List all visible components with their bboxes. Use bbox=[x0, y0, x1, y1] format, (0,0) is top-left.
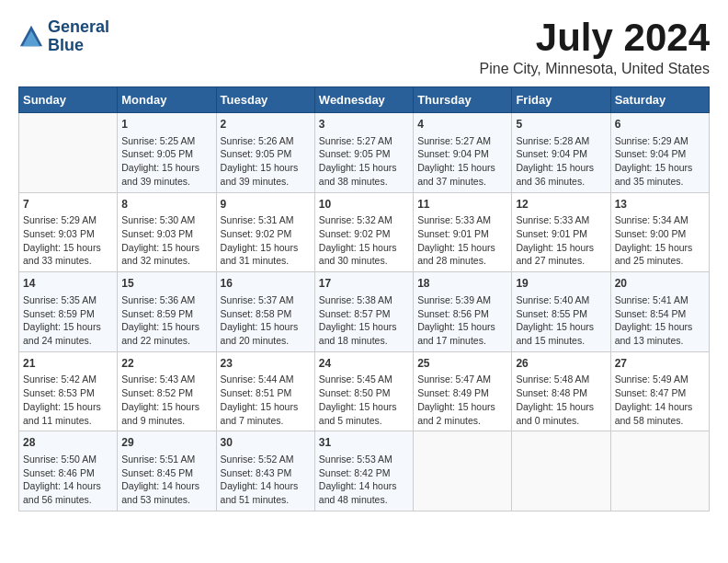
day-info: Sunrise: 5:51 AM bbox=[121, 453, 211, 466]
day-info: Sunset: 9:01 PM bbox=[516, 227, 606, 241]
day-info: Sunset: 8:54 PM bbox=[615, 307, 705, 321]
calendar-cell: 5Sunrise: 5:28 AMSunset: 9:04 PMDaylight… bbox=[512, 113, 610, 193]
day-info: and 39 minutes. bbox=[221, 175, 311, 189]
day-info: and 7 minutes. bbox=[221, 414, 311, 428]
day-info: Sunset: 8:48 PM bbox=[516, 386, 606, 400]
day-info: Sunrise: 5:33 AM bbox=[516, 213, 606, 227]
weekday-header: Thursday bbox=[414, 87, 512, 113]
day-info: Sunset: 8:42 PM bbox=[319, 466, 409, 480]
day-info: Sunrise: 5:43 AM bbox=[121, 373, 211, 386]
calendar-cell: 16Sunrise: 5:37 AMSunset: 8:58 PMDayligh… bbox=[216, 272, 314, 352]
day-info: Sunset: 8:59 PM bbox=[121, 307, 211, 321]
calendar-cell: 10Sunrise: 5:32 AMSunset: 9:02 PMDayligh… bbox=[314, 192, 413, 272]
weekday-header: Monday bbox=[118, 87, 216, 113]
day-info: Daylight: 15 hours bbox=[221, 241, 311, 255]
day-info: and 5 minutes. bbox=[319, 414, 409, 428]
day-number: 25 bbox=[417, 356, 507, 372]
calendar-cell: 22Sunrise: 5:43 AMSunset: 8:52 PMDayligh… bbox=[118, 351, 216, 431]
day-number: 31 bbox=[319, 435, 409, 451]
day-number: 15 bbox=[121, 276, 211, 292]
day-info: Sunrise: 5:27 AM bbox=[319, 134, 409, 148]
day-info: Daylight: 15 hours bbox=[121, 161, 211, 175]
day-info: Daylight: 14 hours bbox=[221, 479, 311, 493]
calendar-cell bbox=[414, 431, 512, 511]
day-info: Sunrise: 5:26 AM bbox=[221, 134, 311, 148]
day-info: and 15 minutes. bbox=[516, 334, 606, 348]
day-info: Daylight: 15 hours bbox=[121, 241, 211, 255]
day-number: 4 bbox=[417, 117, 507, 132]
calendar-cell: 19Sunrise: 5:40 AMSunset: 8:55 PMDayligh… bbox=[512, 272, 610, 352]
day-info: Daylight: 15 hours bbox=[516, 161, 606, 175]
day-info: Daylight: 15 hours bbox=[417, 320, 507, 334]
calendar-cell: 21Sunrise: 5:42 AMSunset: 8:53 PMDayligh… bbox=[19, 351, 118, 431]
day-info: Daylight: 15 hours bbox=[615, 161, 705, 175]
calendar-cell: 29Sunrise: 5:51 AMSunset: 8:45 PMDayligh… bbox=[118, 431, 216, 511]
day-info: Sunrise: 5:41 AM bbox=[615, 293, 705, 307]
day-number: 2 bbox=[221, 117, 311, 132]
day-info: Sunset: 9:03 PM bbox=[121, 227, 211, 241]
calendar-cell: 6Sunrise: 5:29 AMSunset: 9:04 PMDaylight… bbox=[610, 113, 709, 193]
day-info: Daylight: 15 hours bbox=[319, 400, 409, 414]
day-number: 1 bbox=[121, 117, 211, 132]
day-info: Daylight: 15 hours bbox=[516, 320, 606, 334]
day-info: Sunrise: 5:27 AM bbox=[417, 134, 507, 148]
calendar-cell: 3Sunrise: 5:27 AMSunset: 9:05 PMDaylight… bbox=[314, 113, 413, 193]
day-info: Sunset: 8:57 PM bbox=[319, 307, 409, 321]
day-info: Sunset: 9:05 PM bbox=[221, 147, 311, 161]
day-info: Daylight: 14 hours bbox=[23, 479, 113, 493]
day-info: Sunrise: 5:31 AM bbox=[221, 213, 311, 227]
day-info: Sunset: 9:05 PM bbox=[319, 147, 409, 161]
day-info: Sunset: 8:53 PM bbox=[23, 386, 113, 400]
day-info: Daylight: 14 hours bbox=[319, 479, 409, 493]
day-number: 18 bbox=[417, 276, 507, 292]
day-number: 7 bbox=[23, 197, 113, 213]
calendar-cell: 15Sunrise: 5:36 AMSunset: 8:59 PMDayligh… bbox=[118, 272, 216, 352]
day-info: and 37 minutes. bbox=[417, 175, 507, 189]
day-info: Sunset: 8:47 PM bbox=[615, 386, 705, 400]
calendar-week-row: 1Sunrise: 5:25 AMSunset: 9:05 PMDaylight… bbox=[19, 113, 710, 193]
day-number: 5 bbox=[516, 117, 606, 132]
day-number: 9 bbox=[221, 197, 311, 213]
day-number: 21 bbox=[23, 356, 113, 372]
day-number: 30 bbox=[221, 435, 311, 451]
day-info: and 51 minutes. bbox=[221, 493, 311, 507]
calendar-cell: 26Sunrise: 5:48 AMSunset: 8:48 PMDayligh… bbox=[512, 351, 610, 431]
day-number: 22 bbox=[121, 356, 211, 372]
day-info: Sunrise: 5:28 AM bbox=[516, 134, 606, 148]
day-info: Sunrise: 5:35 AM bbox=[23, 293, 113, 307]
calendar-cell: 17Sunrise: 5:38 AMSunset: 8:57 PMDayligh… bbox=[314, 272, 413, 352]
day-info: and 35 minutes. bbox=[615, 175, 705, 189]
day-number: 20 bbox=[615, 276, 705, 292]
day-info: and 9 minutes. bbox=[121, 414, 211, 428]
day-info: Sunrise: 5:25 AM bbox=[121, 134, 211, 148]
day-info: Daylight: 15 hours bbox=[121, 320, 211, 334]
day-info: Sunset: 8:56 PM bbox=[417, 307, 507, 321]
day-info: and 24 minutes. bbox=[23, 334, 113, 348]
day-number: 26 bbox=[516, 356, 606, 372]
calendar-cell: 7Sunrise: 5:29 AMSunset: 9:03 PMDaylight… bbox=[19, 192, 118, 272]
calendar-week-row: 21Sunrise: 5:42 AMSunset: 8:53 PMDayligh… bbox=[19, 351, 710, 431]
day-info: Sunrise: 5:38 AM bbox=[319, 293, 409, 307]
day-info: Sunset: 9:05 PM bbox=[121, 147, 211, 161]
day-info: Daylight: 15 hours bbox=[319, 161, 409, 175]
calendar-cell: 8Sunrise: 5:30 AMSunset: 9:03 PMDaylight… bbox=[118, 192, 216, 272]
day-info: Daylight: 15 hours bbox=[319, 241, 409, 255]
day-info: Sunset: 8:43 PM bbox=[221, 466, 311, 480]
day-info: and 22 minutes. bbox=[121, 334, 211, 348]
day-info: and 31 minutes. bbox=[221, 254, 311, 268]
day-info: Sunset: 8:46 PM bbox=[23, 466, 113, 480]
day-info: Sunset: 8:58 PM bbox=[221, 307, 311, 321]
day-info: and 13 minutes. bbox=[615, 334, 705, 348]
month-title: July 2024 bbox=[480, 18, 711, 57]
day-info: Sunrise: 5:30 AM bbox=[121, 213, 211, 227]
day-number: 28 bbox=[23, 435, 113, 451]
calendar-cell bbox=[610, 431, 709, 511]
day-number: 23 bbox=[221, 356, 311, 372]
calendar-cell: 12Sunrise: 5:33 AMSunset: 9:01 PMDayligh… bbox=[512, 192, 610, 272]
day-info: Daylight: 15 hours bbox=[23, 320, 113, 334]
calendar-table: SundayMondayTuesdayWednesdayThursdayFrid… bbox=[18, 86, 710, 511]
title-block: July 2024 Pine City, Minnesota, United S… bbox=[480, 18, 711, 77]
day-info: and 27 minutes. bbox=[516, 254, 606, 268]
weekday-header: Tuesday bbox=[216, 87, 314, 113]
calendar-body: 1Sunrise: 5:25 AMSunset: 9:05 PMDaylight… bbox=[19, 113, 710, 511]
